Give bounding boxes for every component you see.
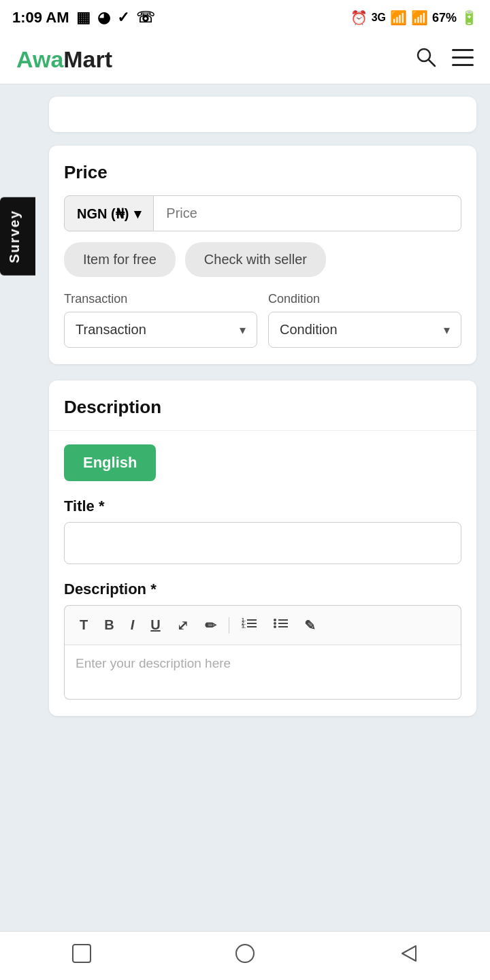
toolbar-ol-btn[interactable]: 1.2.3. — [235, 612, 263, 638]
status-right: ⏰ 3G 📶 📶 67% 🔋 — [350, 10, 478, 26]
toolbar-link-btn[interactable]: ⤢ — [170, 613, 195, 638]
editor-body[interactable]: Enter your description here — [64, 645, 461, 700]
toolbar-bold-btn[interactable]: B — [97, 613, 120, 637]
price-buttons: Item for free Check with seller — [64, 242, 461, 277]
toolbar-ul-btn[interactable] — [266, 612, 295, 638]
signal-bars-1: 📶 — [390, 10, 407, 26]
survey-tab[interactable]: Survey — [0, 197, 35, 276]
back-square-button[interactable] — [50, 935, 114, 977]
status-left: 1:09 AM ▦ ◕ ✓ ☏ — [12, 9, 155, 27]
svg-line-1 — [429, 60, 435, 66]
toolbar-divider — [229, 617, 229, 634]
logo-mart: Mart — [63, 46, 112, 72]
check-icon: ✓ — [117, 9, 129, 27]
condition-arrow: ▾ — [444, 323, 450, 338]
status-bar: 1:09 AM ▦ ◕ ✓ ☏ ⏰ 3G 📶 📶 67% 🔋 — [0, 0, 490, 35]
currency-arrow: ▾ — [134, 206, 141, 222]
rich-text-editor: T B I U ⤢ ✏ 1.2.3. ✎ — [64, 605, 461, 700]
description-card: Description English Title * Description … — [49, 380, 476, 716]
svg-text:3.: 3. — [242, 624, 246, 629]
price-row: NGN (₦) ▾ — [64, 195, 461, 231]
transaction-group: Transaction Transaction ▾ — [64, 292, 257, 348]
condition-group: Condition Condition ▾ — [268, 292, 461, 348]
toolbar-italic-btn[interactable]: I — [124, 613, 142, 637]
svg-marker-19 — [402, 946, 416, 961]
svg-point-16 — [274, 625, 276, 628]
title-field-label: Title * — [64, 497, 461, 515]
condition-dropdown[interactable]: Condition ▾ — [268, 312, 461, 348]
currency-dropdown[interactable]: NGN (₦) ▾ — [64, 195, 154, 231]
bottom-nav — [0, 931, 490, 980]
price-input[interactable] — [154, 195, 461, 231]
menu-icon[interactable] — [452, 48, 474, 71]
signal-bars-2: 📶 — [411, 10, 428, 26]
search-icon[interactable] — [415, 46, 437, 73]
svg-rect-4 — [452, 64, 474, 66]
transaction-value: Transaction — [76, 322, 146, 338]
title-input[interactable] — [64, 522, 461, 564]
status-time: 1:09 AM — [12, 9, 69, 27]
facebook-icon: ▦ — [76, 9, 91, 27]
dropdowns-row: Transaction Transaction ▾ Condition Cond… — [64, 292, 461, 348]
toolbar-underline-btn[interactable]: U — [144, 613, 167, 637]
toolbar-eraser-btn[interactable]: ✏ — [198, 613, 223, 638]
editor-toolbar: T B I U ⤢ ✏ 1.2.3. ✎ — [64, 605, 461, 645]
price-title: Price — [64, 162, 461, 183]
description-title: Description — [64, 397, 461, 418]
signal-3g: 3G — [372, 12, 386, 24]
back-triangle-button[interactable] — [376, 935, 440, 977]
svg-rect-3 — [452, 56, 474, 59]
svg-point-15 — [274, 622, 276, 625]
svg-point-18 — [236, 945, 254, 962]
english-button[interactable]: English — [64, 444, 156, 481]
svg-rect-2 — [452, 49, 474, 51]
whatsapp-icon: ☏ — [136, 9, 155, 27]
condition-value: Condition — [280, 322, 338, 338]
description-field-label: Description * — [64, 581, 461, 598]
logo-awa: Awa — [16, 46, 63, 72]
battery-icon: 🔋 — [461, 10, 478, 26]
alarm-icon: ⏰ — [350, 10, 368, 26]
svg-point-14 — [274, 619, 276, 621]
partial-card — [49, 97, 476, 132]
record-icon: ◕ — [97, 9, 110, 27]
transaction-arrow: ▾ — [240, 323, 246, 338]
currency-label: NGN (₦) — [77, 206, 129, 222]
condition-label: Condition — [268, 292, 461, 306]
transaction-dropdown[interactable]: Transaction ▾ — [64, 312, 257, 348]
item-for-free-button[interactable]: Item for free — [64, 242, 176, 277]
home-circle-button[interactable] — [213, 935, 277, 977]
check-with-seller-button[interactable]: Check with seller — [185, 242, 326, 277]
toolbar-text-btn[interactable]: T — [73, 613, 95, 637]
svg-rect-17 — [73, 945, 91, 962]
battery-label: 67% — [432, 11, 457, 25]
toolbar-edit-btn[interactable]: ✎ — [297, 613, 323, 638]
transaction-label: Transaction — [64, 292, 257, 306]
header: AwaMart — [0, 35, 490, 84]
header-icons — [415, 46, 474, 73]
logo: AwaMart — [16, 46, 112, 73]
price-card: Price NGN (₦) ▾ Item for free Check with… — [49, 146, 476, 364]
main-content: Price NGN (₦) ▾ Item for free Check with… — [0, 84, 490, 796]
